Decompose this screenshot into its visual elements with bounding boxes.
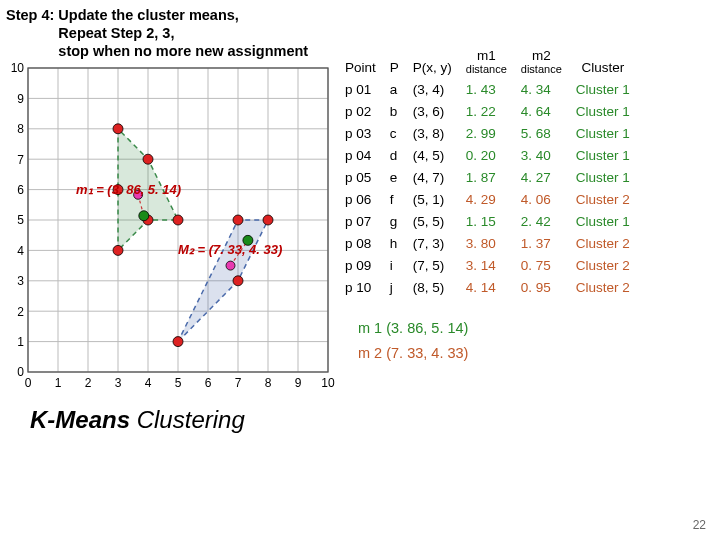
centroid-summary: m 1 (3. 86, 5. 14) m 2 (7. 33, 4. 33): [358, 316, 637, 365]
title-bold: K-Means: [30, 406, 130, 433]
table-column: Point P P(x, y) m1distance m2distance Cl…: [338, 62, 637, 365]
table-row: p 10j(8, 5)4. 140. 95Cluster 2: [338, 276, 637, 298]
page-number: 22: [693, 518, 706, 532]
chart-column: m₁ = (3. 86, 5. 14)M₂ = (7. 33, 4. 33) 0…: [4, 62, 334, 434]
svg-text:M₂ = (7. 33, 4. 33): M₂ = (7. 33, 4. 33): [178, 243, 282, 258]
svg-text:m₁ = (3. 86, 5. 14): m₁ = (3. 86, 5. 14): [76, 182, 181, 197]
centroid-m1: m 1 (3. 86, 5. 14): [358, 316, 637, 341]
table-row: p 07g(5, 5)1. 152. 42Cluster 1: [338, 210, 637, 232]
svg-point-28: [226, 261, 235, 270]
svg-point-35: [173, 215, 183, 225]
svg-point-33: [143, 155, 153, 165]
table-row: p 01a(3, 4)1. 434. 34Cluster 1: [338, 78, 637, 100]
th-p: P: [383, 44, 406, 78]
distance-table: Point P P(x, y) m1distance m2distance Cl…: [338, 44, 637, 298]
th-cluster: Cluster: [569, 44, 637, 78]
scatter-chart: m₁ = (3. 86, 5. 14)M₂ = (7. 33, 4. 33) 0…: [4, 62, 334, 392]
svg-point-39: [139, 211, 149, 221]
svg-point-36: [233, 276, 243, 286]
svg-point-31: [113, 124, 123, 134]
table-row: p 02b(3, 6)1. 224. 64Cluster 1: [338, 100, 637, 122]
table-row: p 09i(7, 5)3. 140. 75Cluster 2: [338, 254, 637, 276]
page-title: K-Means Clustering: [30, 406, 334, 434]
svg-point-29: [113, 246, 123, 256]
table-row: p 04d(4, 5)0. 203. 40Cluster 1: [338, 144, 637, 166]
chart-svg: m₁ = (3. 86, 5. 14)M₂ = (7. 33, 4. 33): [4, 62, 334, 392]
table-row: p 08h(7, 3)3. 801. 37Cluster 2: [338, 232, 637, 254]
table-row: p 05e(4, 7)1. 874. 27Cluster 1: [338, 166, 637, 188]
table-row: p 06f(5, 1)4. 294. 06Cluster 2: [338, 188, 637, 210]
th-m1: m1distance: [459, 44, 514, 78]
svg-point-38: [263, 215, 273, 225]
th-point: Point: [338, 44, 383, 78]
svg-point-37: [233, 215, 243, 225]
svg-point-34: [173, 337, 183, 347]
centroid-m2: m 2 (7. 33, 4. 33): [358, 341, 637, 366]
title-rest: Clustering: [130, 406, 245, 433]
th-m2: m2distance: [514, 44, 569, 78]
th-pxy: P(x, y): [406, 44, 459, 78]
table-row: p 03c(3, 8)2. 995. 68Cluster 1: [338, 122, 637, 144]
